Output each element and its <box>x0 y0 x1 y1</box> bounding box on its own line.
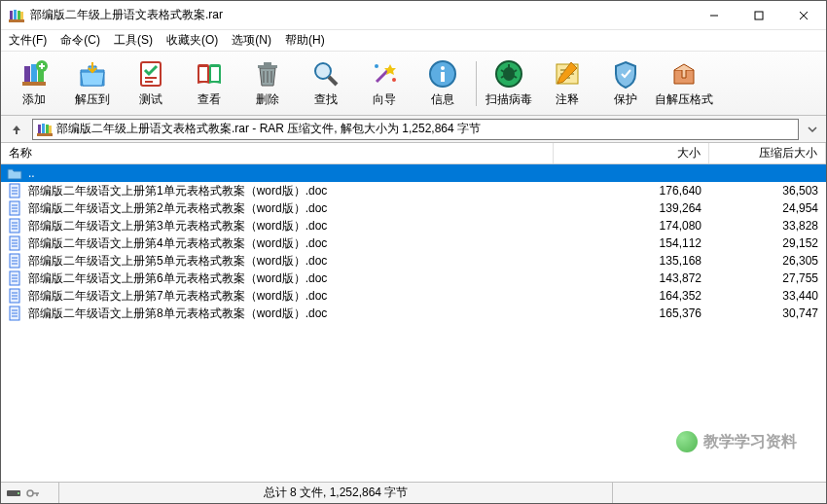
path-dropdown-button[interactable] <box>805 125 820 134</box>
file-packed-size: 29,152 <box>709 236 826 250</box>
file-name: 部编版二年级语文上册第8单元表格式教案（word版）.doc <box>28 306 554 322</box>
svg-rect-4 <box>9 19 24 22</box>
file-row[interactable]: 部编版二年级语文上册第5单元表格式教案（word版）.doc135,16826,… <box>1 252 826 270</box>
svg-rect-19 <box>199 67 207 81</box>
menubar: 文件(F) 命令(C) 工具(S) 收藏夹(O) 选项(N) 帮助(H) <box>1 30 826 52</box>
up-dir-row[interactable]: .. <box>1 164 826 182</box>
file-packed-size: 33,440 <box>709 289 826 303</box>
file-size: 139,264 <box>554 201 709 215</box>
file-packed-size: 27,755 <box>709 271 826 285</box>
svg-rect-34 <box>441 72 445 82</box>
delete-button[interactable]: 删除 <box>238 54 297 113</box>
chevron-down-icon <box>808 125 817 134</box>
protect-button[interactable]: 保护 <box>596 54 655 113</box>
maximize-button[interactable] <box>737 1 781 30</box>
doc-file-icon <box>7 183 22 198</box>
archive-icon <box>37 122 53 137</box>
add-button[interactable]: 添加 <box>5 54 63 113</box>
view-button[interactable]: 查看 <box>180 54 238 113</box>
file-packed-size: 24,954 <box>709 201 826 215</box>
folder-up-icon <box>7 165 22 181</box>
file-packed-size: 33,828 <box>709 219 826 233</box>
file-name: 部编版二年级语文上册第4单元表格式教案（word版）.doc <box>28 235 554 252</box>
protect-icon <box>610 58 641 90</box>
sfx-button[interactable]: 自解压格式 <box>655 54 713 113</box>
info-button[interactable]: 信息 <box>414 54 472 113</box>
file-name: 部编版二年级语文上册第7单元表格式教案（word版）.doc <box>28 288 554 305</box>
svg-point-85 <box>27 490 33 496</box>
extract-icon <box>77 58 108 90</box>
virus-scan-button[interactable]: 扫描病毒 <box>480 54 538 113</box>
menu-favorites[interactable]: 收藏夹(O) <box>166 32 218 49</box>
doc-file-icon <box>7 270 22 286</box>
svg-point-33 <box>441 66 445 70</box>
info-icon <box>427 58 458 90</box>
svg-rect-9 <box>24 66 30 84</box>
column-size[interactable]: 大小 <box>554 143 709 163</box>
file-row[interactable]: 部编版二年级语文上册第2单元表格式教案（word版）.doc139,26424,… <box>1 199 826 217</box>
file-row[interactable]: 部编版二年级语文上册第1单元表格式教案（word版）.doc176,64036,… <box>1 182 826 199</box>
file-size: 135,168 <box>554 254 709 268</box>
menu-file[interactable]: 文件(F) <box>9 32 47 49</box>
file-packed-size: 30,747 <box>709 306 826 320</box>
menu-tools[interactable]: 工具(S) <box>114 32 153 49</box>
extract-to-button[interactable]: 解压到 <box>63 54 122 113</box>
svg-rect-6 <box>755 12 763 19</box>
close-button[interactable] <box>781 1 826 30</box>
svg-rect-21 <box>258 65 277 68</box>
comment-label: 注释 <box>556 91 579 108</box>
menu-options[interactable]: 选项(N) <box>232 32 271 49</box>
path-input[interactable]: 部编版二年级上册语文表格式教案.rar - RAR 压缩文件, 解包大小为 1,… <box>32 119 799 140</box>
delete-label: 删除 <box>256 91 279 108</box>
file-row[interactable]: 部编版二年级语文上册第7单元表格式教案（word版）.doc164,35233,… <box>1 287 826 305</box>
watermark-logo-icon <box>676 431 698 452</box>
file-packed-size: 26,305 <box>709 254 826 268</box>
toolbar: 添加 解压到 测试 查看 删除 查找 向导 信息 扫描病毒 注释 保护 <box>1 52 826 116</box>
column-name[interactable]: 名称 <box>1 143 554 163</box>
file-row[interactable]: 部编版二年级语文上册第4单元表格式教案（word版）.doc154,11229,… <box>1 234 826 252</box>
doc-file-icon <box>7 306 22 321</box>
file-row[interactable]: 部编版二年级语文上册第8单元表格式教案（word版）.doc165,37630,… <box>1 305 826 322</box>
comment-icon <box>552 58 583 90</box>
svg-rect-50 <box>37 133 53 136</box>
wizard-label: 向导 <box>373 91 396 108</box>
app-icon <box>9 8 24 23</box>
find-label: 查找 <box>314 91 338 108</box>
test-button[interactable]: 测试 <box>122 54 180 113</box>
window-title: 部编版二年级上册语文表格式教案.rar <box>30 7 692 23</box>
wizard-button[interactable]: 向导 <box>355 54 414 113</box>
column-packed[interactable]: 压缩后大小 <box>709 143 826 163</box>
menu-commands[interactable]: 命令(C) <box>60 32 100 49</box>
doc-file-icon <box>7 235 22 251</box>
svg-point-36 <box>503 67 515 81</box>
file-row[interactable]: 部编版二年级语文上册第3单元表格式教案（word版）.doc174,08033,… <box>1 217 826 234</box>
column-headers: 名称 大小 压缩后大小 <box>1 143 826 164</box>
file-row[interactable]: 部编版二年级语文上册第6单元表格式教案（word版）.doc143,87227,… <box>1 270 826 287</box>
toolbar-separator <box>472 54 480 113</box>
file-size: 174,080 <box>554 219 709 233</box>
doc-file-icon <box>7 253 22 269</box>
svg-point-30 <box>375 64 378 68</box>
file-size: 164,352 <box>554 289 709 303</box>
file-size: 154,112 <box>554 236 709 250</box>
titlebar: 部编版二年级上册语文表格式教案.rar <box>1 1 826 30</box>
file-name: 部编版二年级语文上册第1单元表格式教案（word版）.doc <box>28 183 554 199</box>
find-button[interactable]: 查找 <box>297 54 355 113</box>
comment-button[interactable]: 注释 <box>538 54 596 113</box>
delete-icon <box>252 58 283 90</box>
wizard-icon <box>369 58 400 90</box>
file-name: 部编版二年级语文上册第6单元表格式教案（word版）.doc <box>28 270 554 287</box>
menu-help[interactable]: 帮助(H) <box>285 32 325 49</box>
view-icon <box>194 58 225 90</box>
test-label: 测试 <box>139 91 162 108</box>
file-list[interactable]: .. 部编版二年级语文上册第1单元表格式教案（word版）.doc176,640… <box>1 164 826 482</box>
doc-file-icon <box>7 200 22 216</box>
sfx-label: 自解压格式 <box>655 91 713 108</box>
minimize-button[interactable] <box>692 1 737 30</box>
doc-file-icon <box>7 218 22 234</box>
up-one-level-button[interactable] <box>7 120 26 139</box>
up-dir-label: .. <box>28 166 554 180</box>
statusbar: 总计 8 文件, 1,252,864 字节 <box>1 482 826 503</box>
protect-label: 保护 <box>614 91 637 108</box>
file-name: 部编版二年级语文上册第3单元表格式教案（word版）.doc <box>28 218 554 234</box>
